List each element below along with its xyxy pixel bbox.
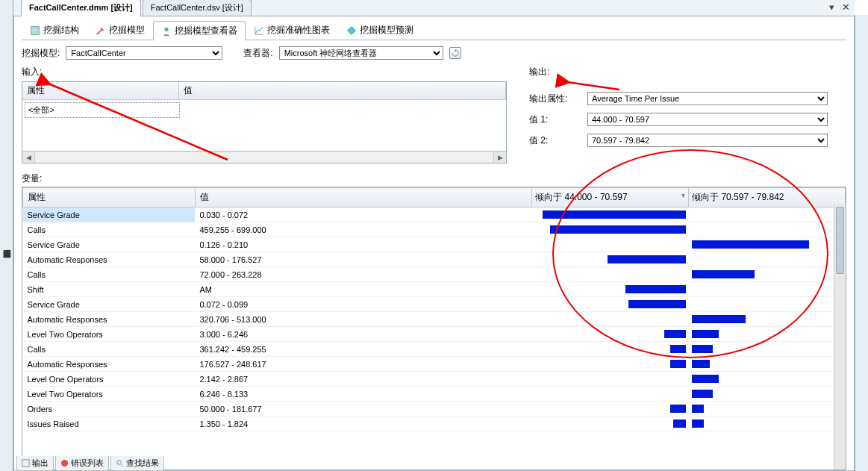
- table-row[interactable]: Level Two Operators3.000 - 6.246: [23, 327, 846, 342]
- output-panel: 输出: 输出属性: Average Time Per Issue 值 1: 44…: [529, 66, 828, 163]
- col-header-fav2[interactable]: 倾向于 70.597 - 79.842: [689, 188, 846, 208]
- cell-bar1: [532, 402, 689, 417]
- table-row[interactable]: Service Grade0.072 - 0.099: [23, 297, 846, 312]
- cell-attr: Calls: [23, 267, 196, 282]
- tab-mining-model[interactable]: 挖掘模型: [87, 20, 153, 40]
- cell-bar1: [532, 372, 689, 387]
- input-header: 属性 值: [22, 82, 506, 100]
- cell-val: 320.706 - 513.000: [195, 312, 531, 327]
- cell-attr: Level Two Operators: [23, 327, 196, 342]
- input-label: 输入:: [22, 66, 507, 78]
- person-icon: [161, 26, 172, 37]
- input-row-all[interactable]: <全部>: [25, 102, 180, 118]
- cell-val: 0.126 - 0.210: [195, 237, 531, 252]
- cell-bar2: [689, 208, 846, 222]
- cell-bar2: [689, 342, 846, 357]
- cell-val: 50.000 - 181.677: [195, 402, 531, 417]
- svg-rect-0: [31, 26, 40, 34]
- input-col-attr[interactable]: 属性: [22, 82, 179, 99]
- variables-table-wrap: 属性 值 倾向于 44.000 - 70.597 ▾ 倾向于 70.597 - …: [22, 187, 846, 470]
- cell-bar2: [689, 222, 846, 237]
- output-v1-select[interactable]: 44.000 - 70.597: [587, 113, 828, 126]
- tab-prediction[interactable]: 挖掘模型预测: [338, 20, 422, 40]
- bottom-tab-errors[interactable]: 错误列表: [55, 456, 109, 471]
- dropdown-icon[interactable]: ▾: [829, 1, 834, 13]
- cell-bar2: [689, 267, 846, 282]
- cell-val: 2.142 - 2.867: [195, 372, 531, 387]
- table-row[interactable]: Orders50.000 - 181.677: [23, 402, 846, 417]
- table-row[interactable]: Calls72.000 - 263.228: [23, 267, 846, 282]
- right-tool-strip: [855, 15, 868, 471]
- cell-attr: Shift: [23, 282, 196, 297]
- table-row[interactable]: Issues Raised1.350 - 1.824: [23, 417, 846, 431]
- svg-point-1: [164, 27, 168, 31]
- table-row[interactable]: Calls361.242 - 459.255: [23, 342, 846, 357]
- table-row[interactable]: Automatic Responses320.706 - 513.000: [23, 312, 846, 327]
- cell-attr: Automatic Responses: [23, 312, 196, 327]
- pickaxe-icon: [96, 25, 106, 36]
- table-row[interactable]: Level Two Operators6.246 - 8.133: [23, 387, 846, 402]
- cell-attr: Level Two Operators: [23, 387, 196, 402]
- variables-label: 变量:: [22, 172, 846, 185]
- output-attr-select[interactable]: Average Time Per Issue: [587, 92, 828, 105]
- input-hscrollbar[interactable]: ◀ ▶: [22, 151, 506, 163]
- cell-bar2: [689, 297, 846, 312]
- table-row[interactable]: Service Grade0.126 - 0.210: [23, 237, 846, 252]
- svg-point-6: [117, 461, 122, 465]
- scroll-right-icon[interactable]: ▶: [494, 154, 506, 161]
- cell-bar2: [689, 357, 846, 372]
- output-v2-label: 值 2:: [529, 134, 581, 147]
- cell-bar1: [532, 282, 689, 297]
- output-icon: [22, 459, 30, 467]
- doc-tab-dsv[interactable]: FactCallCenter.dsv [设计]: [143, 0, 252, 16]
- cell-attr: Level One Operators: [23, 372, 196, 387]
- output-attr-label: 输出属性:: [529, 93, 581, 105]
- cell-attr: Orders: [23, 402, 196, 417]
- window-buttons: ▾ ✕: [825, 1, 850, 13]
- cell-bar1: [532, 417, 689, 431]
- cell-bar1: [532, 208, 689, 222]
- filter-icon[interactable]: ▾: [681, 191, 685, 199]
- refresh-button[interactable]: [449, 47, 461, 59]
- col-header-val[interactable]: 值: [195, 188, 531, 208]
- cell-bar1: [532, 252, 689, 267]
- table-row[interactable]: Service Grade0.030 - 0.072: [23, 208, 846, 222]
- cell-attr: Issues Raised: [23, 417, 196, 431]
- table-row[interactable]: Automatic Responses58.000 - 176.527: [23, 252, 846, 267]
- cell-bar1: [532, 327, 689, 342]
- tab-model-viewer[interactable]: 挖掘模型查看器: [153, 21, 246, 40]
- refresh-icon: [452, 49, 459, 57]
- document-tabs: FactCallCenter.dmm [设计] FactCallCenter.d…: [13, 0, 855, 16]
- cell-bar2: [689, 387, 846, 402]
- doc-tab-dmm[interactable]: FactCallCenter.dmm [设计]: [21, 0, 141, 16]
- cell-val: 459.255 - 699.000: [195, 222, 531, 237]
- svg-rect-4: [22, 460, 29, 467]
- bottom-tab-find[interactable]: 查找结果: [110, 456, 164, 471]
- cube-icon: [30, 25, 40, 36]
- tab-accuracy-chart[interactable]: 挖掘准确性图表: [246, 20, 338, 40]
- table-row[interactable]: Automatic Responses176.527 - 248.617: [23, 357, 846, 372]
- bottom-tab-output[interactable]: 输出: [16, 456, 54, 471]
- close-icon[interactable]: ✕: [842, 1, 850, 13]
- col-header-attr[interactable]: 属性: [23, 188, 196, 208]
- tab-mining-structure[interactable]: 挖掘结构: [22, 20, 87, 40]
- svg-point-5: [61, 460, 68, 467]
- cell-val: 176.527 - 248.617: [195, 357, 531, 372]
- output-v2-select[interactable]: 70.597 - 79.842: [587, 134, 828, 147]
- cell-val: AM: [195, 282, 531, 297]
- table-row[interactable]: Level One Operators2.142 - 2.867: [23, 372, 846, 387]
- search-icon: [116, 459, 124, 467]
- scrollbar-thumb[interactable]: [836, 207, 844, 274]
- cell-val: 0.072 - 0.099: [195, 297, 531, 312]
- viewer-select[interactable]: Microsoft 神经网络查看器: [279, 46, 443, 60]
- table-row[interactable]: Calls459.255 - 699.000: [23, 222, 846, 237]
- scroll-left-icon[interactable]: ◀: [22, 154, 34, 161]
- cell-bar1: [532, 312, 689, 327]
- input-col-val[interactable]: 值: [179, 82, 506, 99]
- variables-vscrollbar[interactable]: [834, 204, 846, 470]
- col-header-fav1[interactable]: 倾向于 44.000 - 70.597 ▾: [532, 188, 689, 208]
- cell-attr: Automatic Responses: [23, 357, 196, 372]
- table-row[interactable]: ShiftAM: [23, 282, 846, 297]
- mining-model-select[interactable]: FactCallCenter: [66, 46, 222, 60]
- selector-row: 挖掘模型: FactCallCenter 查看器: Microsoft 神经网络…: [22, 40, 846, 66]
